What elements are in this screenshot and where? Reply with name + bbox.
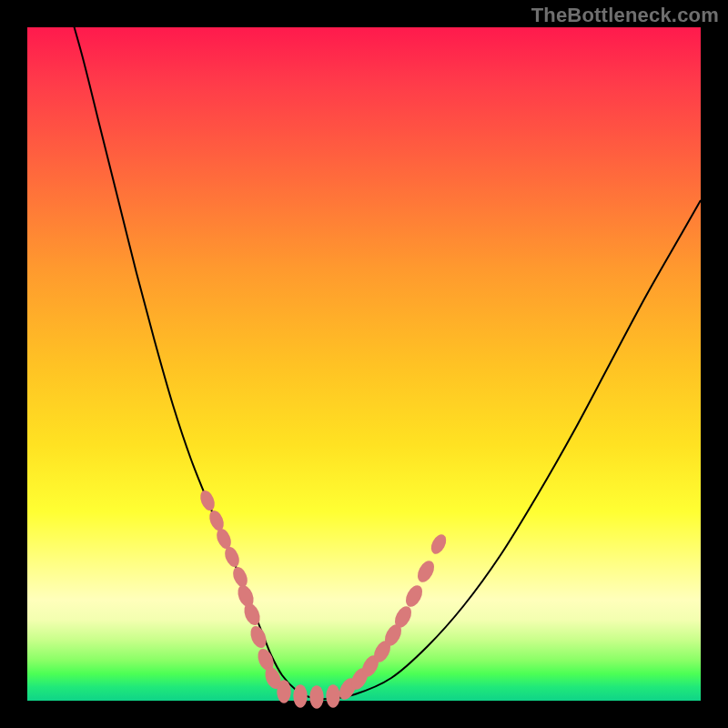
bead <box>230 565 250 590</box>
chart-stage: TheBottleneck.com <box>0 0 728 728</box>
bead <box>428 532 449 557</box>
bead <box>326 684 339 707</box>
bead <box>277 680 290 703</box>
bead <box>248 623 269 650</box>
bead <box>207 509 227 533</box>
bead <box>309 685 323 708</box>
watermark-text: TheBottleneck.com <box>531 4 719 27</box>
bead <box>197 489 217 513</box>
bead <box>293 684 307 707</box>
bead <box>414 558 437 585</box>
plot-area <box>27 27 701 701</box>
bead <box>402 582 425 610</box>
bottleneck-curve <box>64 0 701 699</box>
bead-markers <box>197 489 449 709</box>
chart-svg <box>27 27 701 701</box>
